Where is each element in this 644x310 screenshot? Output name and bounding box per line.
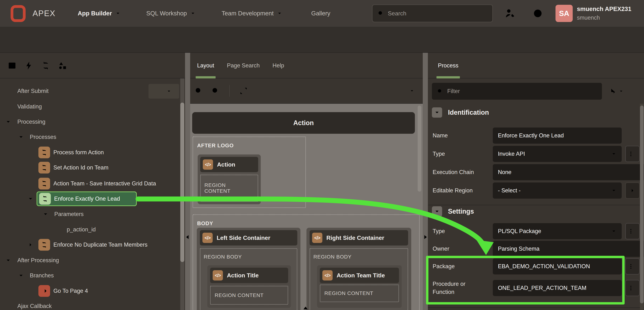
admin-button[interactable] [504, 0, 516, 27]
go-to-group-button[interactable] [609, 83, 624, 100]
tree-item-enforce-no-duplicate[interactable]: Enforce No Duplicate Team Members [0, 237, 181, 253]
procedure-field[interactable] [493, 280, 622, 296]
zoom-in-button[interactable] [207, 86, 224, 95]
chevron-down-icon[interactable] [18, 134, 24, 140]
chevron-down-icon[interactable] [5, 119, 11, 125]
zoom-out-button[interactable] [190, 86, 207, 95]
name-input[interactable] [498, 132, 616, 139]
tab-page-shared-components[interactable] [54, 53, 71, 78]
region-title-action[interactable]: </> Action [200, 157, 258, 172]
tab-layout[interactable]: Layout [197, 53, 214, 78]
tab-help[interactable]: Help [272, 53, 284, 78]
left-splitter[interactable] [185, 53, 190, 310]
editable-region-select[interactable]: - Select - [493, 183, 622, 199]
region-card-left-side-container[interactable]: </> Left Side Container REGION BODY </> … [197, 228, 300, 310]
settings-type-select[interactable]: PL/SQL Package [493, 223, 622, 239]
tree-item-after-submit[interactable]: After Submit [0, 83, 181, 99]
package-field[interactable] [493, 258, 622, 274]
chevron-down-icon [611, 228, 616, 234]
tab-process[interactable]: Process [438, 53, 458, 78]
region-content-dropzone[interactable]: REGION CONTENT [200, 175, 258, 202]
tree-item-after-processing[interactable]: After Processing [0, 252, 181, 268]
region-card-action-title[interactable]: </> Action Title REGION CONTENT [207, 265, 291, 308]
collapse-identification-button[interactable] [432, 107, 442, 118]
tree-item-action-team-save[interactable]: Action Team - Save Interactive Grid Data [0, 176, 181, 192]
branch-icon [38, 285, 50, 297]
package-input[interactable] [498, 263, 616, 270]
avatar[interactable]: SA [556, 5, 573, 22]
procedure-list-button[interactable] [625, 280, 640, 296]
hamburger-icon [399, 87, 407, 95]
region-body-dropzone[interactable]: REGION BODY </> Action Title REGION CONT… [200, 248, 297, 310]
tree-item-parameters[interactable]: Parameters [0, 206, 181, 222]
collapse-bottom-icon[interactable] [302, 305, 309, 310]
type-list-button[interactable] [625, 146, 640, 162]
nav-team-development[interactable]: Team Development [222, 0, 282, 27]
search-input[interactable] [388, 10, 488, 17]
tree-item-process-form-action[interactable]: Process form Action [0, 144, 181, 160]
canvas-scrollbar-thumb[interactable] [418, 105, 421, 192]
zone-body[interactable]: BODY </> Left Side Container REGION BODY… [192, 214, 420, 310]
chevron-right-icon[interactable] [28, 242, 34, 248]
region-card-action[interactable]: </> Action REGION CONTENT [198, 154, 261, 204]
identification-heading: Identification [448, 109, 489, 116]
region-card-action-team-title[interactable]: </> Action Team Title REGION CONTENT [317, 265, 402, 308]
chevron-down-icon[interactable] [42, 211, 49, 217]
region-content-dropzone[interactable]: REGION CONTENT [210, 286, 288, 305]
layout-canvas: Action AFTER LOGO </> Action REGION CONT… [190, 104, 423, 310]
type-select[interactable]: Invoke API [493, 146, 622, 162]
chevron-down-icon[interactable] [28, 196, 34, 202]
region-content-dropzone[interactable]: REGION CONTENT [320, 284, 399, 302]
left-panel-tabs [0, 53, 185, 78]
tab-page-search[interactable]: Page Search [227, 53, 260, 78]
tree-item-p-action-id[interactable]: p_action_id [0, 222, 181, 237]
owner-select[interactable]: Parsing Schema [493, 241, 644, 257]
nav-gallery[interactable]: Gallery [311, 0, 330, 27]
chevron-down-icon[interactable] [18, 272, 24, 279]
property-scrollbar-thumb[interactable] [640, 105, 644, 303]
zone-after-logo[interactable]: AFTER LOGO </> Action REGION CONTENT [192, 136, 306, 208]
active-tab-underline [436, 76, 460, 78]
tree-item-set-action-id[interactable]: Set Action Id on Team [0, 160, 181, 176]
name-field[interactable] [493, 127, 622, 144]
settings-type-list-button[interactable] [625, 223, 640, 239]
execution-chain-select[interactable]: None [493, 164, 644, 180]
property-filter[interactable] [432, 83, 602, 100]
tab-processing[interactable] [37, 53, 54, 78]
nav-app-builder[interactable]: App Builder [78, 0, 121, 27]
region-title-action-title[interactable]: </> Action Title [210, 268, 288, 283]
tree-item-processing[interactable]: Processing [0, 114, 181, 130]
chevron-down-icon [434, 208, 440, 215]
tab-dynamic-actions[interactable] [20, 53, 37, 78]
global-search[interactable] [372, 5, 493, 22]
collapse-right-icon[interactable] [422, 234, 428, 240]
procedure-input[interactable] [498, 285, 616, 291]
editable-region-go-button[interactable] [625, 183, 640, 199]
tree-item-branches[interactable]: Branches [0, 268, 181, 283]
region-title-left-side-container[interactable]: </> Left Side Container [200, 230, 297, 245]
page-region-action-bar[interactable]: Action [192, 112, 415, 134]
region-card-right-side-container[interactable]: </> Right Side Container REGION BODY </>… [306, 228, 411, 310]
chevron-down-icon[interactable] [5, 257, 11, 263]
tree-scrollbar-thumb[interactable] [180, 103, 184, 262]
layout-menu-button[interactable] [399, 87, 414, 95]
region-body-dropzone[interactable]: REGION BODY </> Action Team Title REGION… [310, 248, 408, 310]
collapse-left-icon[interactable] [185, 234, 190, 240]
field-row-name: Name [428, 127, 644, 144]
tree-item-validating[interactable]: Validating [0, 99, 181, 114]
tree-item-processes[interactable]: Processes [0, 129, 181, 145]
filter-input[interactable] [447, 88, 597, 95]
tree-item-go-to-page-4[interactable]: Go To Page 4 [0, 283, 181, 299]
help-button[interactable] [532, 0, 543, 27]
tree-item-ajax-callback[interactable]: Ajax Callback [0, 298, 181, 310]
nav-sql-workshop[interactable]: SQL Workshop [146, 0, 196, 27]
region-title-right-side-container[interactable]: </> Right Side Container [310, 230, 408, 245]
sync-icon [40, 60, 51, 71]
tab-rendering[interactable] [4, 53, 20, 78]
region-title-action-team-title[interactable]: </> Action Team Title [320, 268, 399, 283]
expand-all-button[interactable] [235, 86, 252, 95]
package-list-button[interactable] [625, 258, 640, 274]
right-splitter[interactable] [423, 53, 428, 310]
collapse-settings-button[interactable] [432, 206, 442, 217]
tree-item-enforce-exactly-one-lead[interactable]: Enforce Exactly One Lead [0, 191, 181, 207]
